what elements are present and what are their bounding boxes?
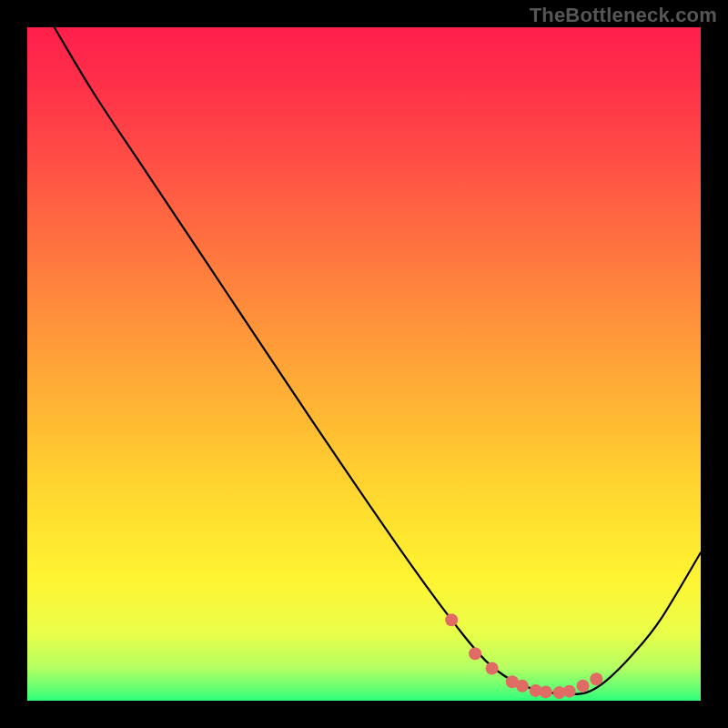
- highlight-dot: [486, 662, 499, 674]
- watermark-text: TheBottleneck.com: [530, 4, 717, 27]
- highlight-dots-group: [445, 613, 602, 699]
- highlight-dot: [577, 680, 590, 693]
- bottleneck-curve: [55, 27, 701, 694]
- highlight-dot: [540, 685, 552, 698]
- highlight-dot: [563, 685, 576, 698]
- highlight-dot: [590, 672, 602, 685]
- highlight-dot: [469, 647, 481, 660]
- plot-area: [27, 27, 701, 701]
- chart-svg: [27, 27, 701, 701]
- chart-container: TheBottleneck.com: [0, 0, 728, 728]
- highlight-dot: [516, 680, 529, 693]
- highlight-dot: [445, 613, 458, 626]
